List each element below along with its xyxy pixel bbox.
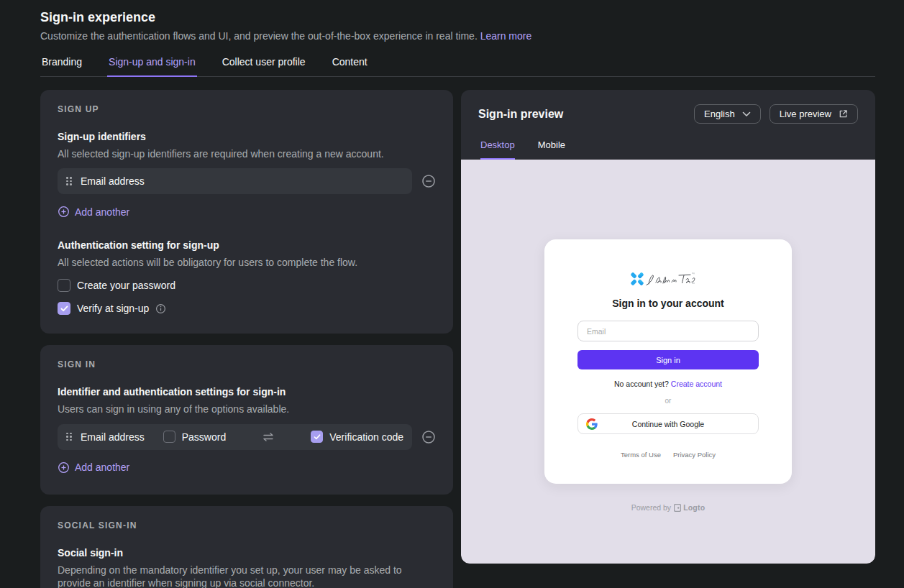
preview-tab-desktop[interactable]: Desktop [480,139,515,160]
page-title: Sign-in experience [40,10,875,25]
create-password-checkbox-row[interactable]: Create your password [58,279,436,292]
sign-in-card: SIGN IN Identifier and authentication se… [40,345,453,494]
preview-sign-in-button[interactable]: Sign in [577,350,759,369]
sign-in-add-another-button[interactable]: Add another [58,461,129,474]
no-account-line: No account yet? Create account [614,380,722,388]
sign-up-auth-description: All selected actions will be obligatory … [58,256,436,269]
plus-circle-icon [58,461,70,474]
check-icon [60,306,68,312]
live-preview-label: Live preview [780,109,831,119]
sign-up-card: SIGN UP Sign-up identifiers All selected… [40,90,453,334]
powered-by: Powered by Logto [631,503,706,512]
sign-up-identifiers-description: All selected sign-up identifiers are req… [58,147,436,160]
sign-up-identifier-row-wrap: Email address [58,168,436,194]
social-title: Social sign-in [58,547,436,559]
minus-circle-icon [421,174,436,188]
create-account-link[interactable]: Create account [671,380,722,388]
password-checkbox-row[interactable]: Password [163,431,226,443]
social-description: Depending on the mandatory identifier yo… [58,564,436,588]
powered-by-brand: Logto [683,503,705,512]
verification-code-label: Verification code [329,431,403,443]
preview-tabs: Desktop Mobile [461,131,875,160]
verify-at-sign-up-label: Verify at sign-up [77,303,149,314]
tab-content[interactable]: Content [331,52,369,77]
sign-in-add-another-label: Add another [75,461,129,473]
logto-logo-icon [674,504,681,512]
sign-in-preview-panel: Sign-in preview English Live preview Des… [461,90,875,564]
content-area: SIGN UP Sign-up identifiers All selected… [0,77,904,588]
sign-up-identifiers-title: Sign-up identifiers [58,131,436,142]
preview-header: Sign-in preview English Live preview [461,90,875,131]
verification-code-checkbox-row[interactable]: Verification code [311,431,403,443]
sign-up-add-another-label: Add another [75,206,129,218]
auth-terms: Terms of Use Privacy Policy [621,451,716,459]
info-icon[interactable] [155,303,166,314]
sign-in-identifier-row-wrap: Email address Password Verification code [58,424,436,450]
tab-branding[interactable]: Branding [40,52,83,77]
main-tabs: Branding Sign-up and sign-in Collect use… [40,52,875,77]
sign-up-identifier-row[interactable]: Email address [58,168,412,194]
sign-in-identifier-row[interactable]: Email address Password Verification code [58,424,412,450]
external-link-icon [839,109,848,119]
verify-at-sign-up-checkbox-row[interactable]: Verify at sign-up [58,302,436,315]
language-selector[interactable]: English [694,104,761,124]
drag-handle-icon[interactable] [66,433,72,441]
sign-up-identifier-label: Email address [81,175,145,187]
swap-order-handle[interactable] [234,432,302,442]
sign-in-description: Users can sign in using any of the optio… [58,403,436,415]
sign-in-identifier-label: Email address [81,431,145,443]
language-selector-value: English [704,109,735,119]
tenant-logo [629,270,708,288]
live-preview-button[interactable]: Live preview [770,104,858,124]
sign-in-section-label: SIGN IN [58,359,436,369]
create-password-label: Create your password [77,280,175,291]
page-description: Customize the authentication flows and U… [40,30,875,42]
preview-title: Sign-in preview [478,108,563,121]
sign-up-auth-title: Authentication setting for sign-up [58,239,436,251]
page-description-text: Customize the authentication flows and U… [40,30,478,42]
verify-at-sign-up-checkbox[interactable] [58,302,70,315]
auth-heading: Sign in to your account [612,298,724,309]
preview-actions: English Live preview [694,104,858,124]
remove-sign-in-identifier-button[interactable] [421,430,436,444]
tab-collect-user-profile[interactable]: Collect user profile [221,52,307,77]
check-icon [314,434,321,440]
page-header: Sign-in experience Customize the authent… [0,0,904,42]
create-password-checkbox[interactable] [58,279,70,292]
settings-column: SIGN UP Sign-up identifiers All selected… [40,90,453,588]
remove-sign-up-identifier-button[interactable] [421,174,436,188]
social-section-label: SOCIAL SIGN-IN [58,520,436,530]
tab-sign-up-and-sign-in[interactable]: Sign-up and sign-in [107,52,197,77]
chevron-down-icon [742,111,751,117]
auth-preview-card: Sign in to your account Sign in No accou… [544,239,792,484]
verification-code-checkbox[interactable] [311,431,323,443]
minus-circle-icon [421,430,436,444]
powered-by-text: Powered by [631,503,671,512]
preview-tab-mobile[interactable]: Mobile [538,139,565,160]
password-checkbox[interactable] [163,431,175,443]
continue-with-google-button[interactable]: Continue with Google [577,413,759,434]
password-label: Password [182,431,226,443]
learn-more-link[interactable]: Learn more [480,30,532,42]
sign-up-section-label: SIGN UP [58,104,436,114]
sign-up-add-another-button[interactable]: Add another [58,206,129,218]
google-icon [586,418,598,430]
preview-stage: Sign in to your account Sign in No accou… [461,160,875,564]
email-input[interactable] [577,321,759,341]
privacy-policy-link[interactable]: Privacy Policy [673,451,716,459]
google-button-label: Continue with Google [632,420,704,428]
social-sign-in-card: SOCIAL SIGN-IN Social sign-in Depending … [40,506,453,588]
plus-circle-icon [58,206,70,218]
no-account-text: No account yet? [614,380,669,388]
or-divider: or [665,397,672,405]
terms-of-use-link[interactable]: Terms of Use [621,451,661,459]
swap-arrows-icon [262,432,275,442]
sign-in-title: Identifier and authentication settings f… [58,386,436,398]
drag-handle-icon[interactable] [66,177,72,185]
